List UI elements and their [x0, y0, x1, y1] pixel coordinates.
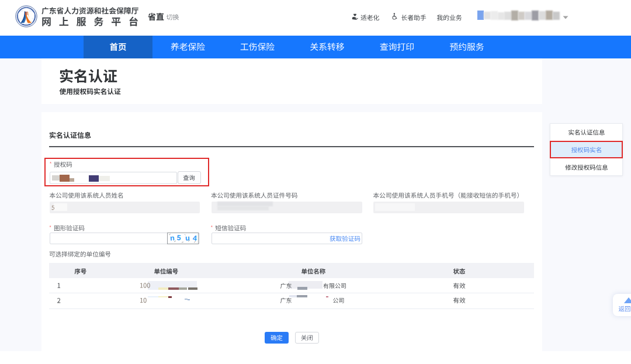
- svg-text:4: 4: [192, 234, 197, 242]
- svg-text:u: u: [185, 234, 190, 242]
- svg-text:n: n: [169, 234, 175, 242]
- svg-text:5: 5: [176, 233, 181, 242]
